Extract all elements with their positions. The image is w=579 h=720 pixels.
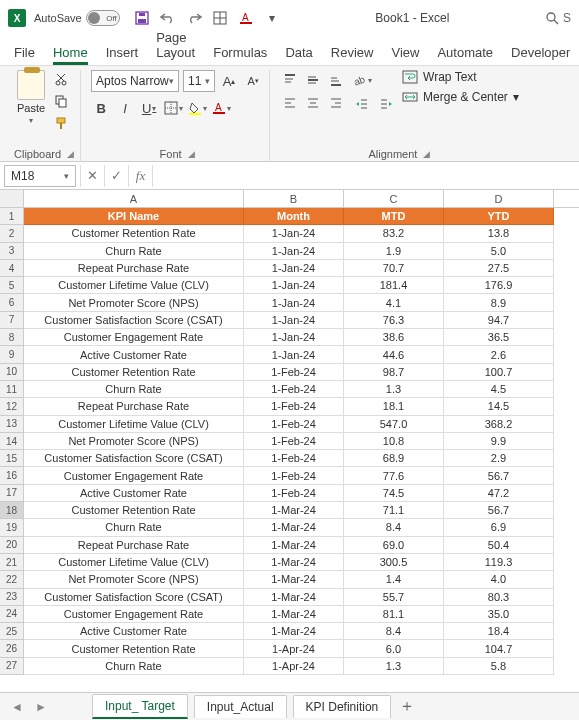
cell[interactable]: 81.1 [344,606,444,623]
cell[interactable]: Customer Engagement Rate [24,467,244,484]
cell[interactable]: Active Customer Rate [24,623,244,640]
cell[interactable]: 8.4 [344,519,444,536]
tab-review[interactable]: Review [331,45,374,65]
cell[interactable]: 119.3 [444,554,554,571]
cell[interactable]: 1-Feb-24 [244,364,344,381]
row-header[interactable]: 19 [0,519,24,536]
cell[interactable]: 56.7 [444,467,554,484]
italic-button[interactable]: I [115,98,135,118]
cell[interactable]: 74.5 [344,485,444,502]
cell[interactable]: 4.1 [344,294,444,311]
cell[interactable]: Churn Rate [24,243,244,260]
cell[interactable]: 6.9 [444,519,554,536]
cell[interactable]: 9.9 [444,433,554,450]
merge-center-button[interactable]: Merge & Center ▾ [402,90,519,104]
cell[interactable]: 98.7 [344,364,444,381]
autosave-switch[interactable]: Off [86,10,120,26]
sheet-nav-next-icon[interactable]: ► [32,700,50,714]
cell[interactable]: Active Customer Rate [24,485,244,502]
row-header[interactable]: 12 [0,398,24,415]
cell[interactable]: Net Promoter Score (NPS) [24,571,244,588]
cell[interactable]: 55.7 [344,589,444,606]
row-header[interactable]: 4 [0,260,24,277]
wrap-text-button[interactable]: Wrap Text [402,70,519,84]
tab-developer[interactable]: Developer [511,45,570,65]
tab-view[interactable]: View [391,45,419,65]
select-all-corner[interactable] [0,190,24,207]
cell[interactable]: 56.7 [444,502,554,519]
row-header[interactable]: 27 [0,658,24,675]
cell[interactable]: 5.0 [444,243,554,260]
align-left-icon[interactable] [280,93,300,113]
font-color-icon[interactable]: A▾ [211,98,231,118]
align-bottom-icon[interactable] [326,70,346,90]
cell[interactable]: 2.6 [444,346,554,363]
align-right-icon[interactable] [326,93,346,113]
cell[interactable]: 1-Feb-24 [244,450,344,467]
orientation-icon[interactable]: ab▾ [352,70,372,90]
row-header[interactable]: 2 [0,225,24,242]
cell[interactable]: 104.7 [444,640,554,657]
cell[interactable]: 368.2 [444,416,554,433]
enter-formula-icon[interactable]: ✓ [104,165,128,187]
cell[interactable]: 1-Apr-24 [244,640,344,657]
cell[interactable]: 47.2 [444,485,554,502]
formula-input[interactable] [152,165,579,187]
row-header[interactable]: 24 [0,606,24,623]
cell[interactable]: 1-Feb-24 [244,485,344,502]
cell[interactable]: 80.3 [444,589,554,606]
cell[interactable]: Customer Engagement Rate [24,329,244,346]
row-header[interactable]: 17 [0,485,24,502]
underline-button[interactable]: U▾ [139,98,159,118]
cell[interactable]: 94.7 [444,312,554,329]
insert-function-icon[interactable]: fx [128,165,152,187]
alignment-launcher-icon[interactable]: ◢ [423,149,430,159]
format-painter-icon[interactable] [51,114,71,132]
col-header-a[interactable]: A [24,190,244,207]
add-sheet-button[interactable]: ＋ [397,696,417,717]
cell[interactable]: 68.9 [344,450,444,467]
sheet-tab-kpi-definition[interactable]: KPI Definition [293,695,392,718]
paste-dropdown-icon[interactable]: ▾ [29,116,33,125]
cell[interactable]: 71.1 [344,502,444,519]
row-header[interactable]: 20 [0,537,24,554]
cell[interactable]: Customer Retention Rate [24,502,244,519]
autosave-toggle[interactable]: AutoSave Off [34,10,120,26]
cell[interactable]: 1.4 [344,571,444,588]
save-icon[interactable] [134,10,150,26]
cell[interactable]: 1.9 [344,243,444,260]
cell[interactable]: 1-Mar-24 [244,554,344,571]
font-name-select[interactable]: Aptos Narrow▾ [91,70,179,92]
cell[interactable]: Customer Lifetime Value (CLV) [24,416,244,433]
row-header[interactable]: 25 [0,623,24,640]
increase-indent-icon[interactable] [376,94,396,114]
cell[interactable]: 1-Mar-24 [244,537,344,554]
font-size-select[interactable]: 11▾ [183,70,215,92]
font-launcher-icon[interactable]: ◢ [188,149,195,159]
cell[interactable]: 300.5 [344,554,444,571]
row-header[interactable]: 3 [0,243,24,260]
cell[interactable]: 13.8 [444,225,554,242]
cell[interactable]: 36.5 [444,329,554,346]
grid-icon[interactable] [212,10,228,26]
row-header[interactable]: 15 [0,450,24,467]
cell[interactable]: 70.7 [344,260,444,277]
paste-icon[interactable] [17,70,45,100]
row-header[interactable]: 5 [0,277,24,294]
tab-data[interactable]: Data [285,45,312,65]
header-cell[interactable]: MTD [344,208,444,225]
cell[interactable]: 547.0 [344,416,444,433]
cell[interactable]: Repeat Purchase Rate [24,260,244,277]
tab-formulas[interactable]: Formulas [213,45,267,65]
paste-button[interactable]: Paste [17,102,45,114]
decrease-indent-icon[interactable] [352,94,372,114]
merge-dropdown-icon[interactable]: ▾ [513,90,519,104]
align-top-icon[interactable] [280,70,300,90]
cell[interactable]: 76.3 [344,312,444,329]
col-header-d[interactable]: D [444,190,554,207]
cell[interactable]: Customer Retention Rate [24,364,244,381]
cell[interactable]: 1.3 [344,658,444,675]
cell[interactable]: 35.0 [444,606,554,623]
tab-file[interactable]: File [14,45,35,65]
tab-home[interactable]: Home [53,45,88,65]
